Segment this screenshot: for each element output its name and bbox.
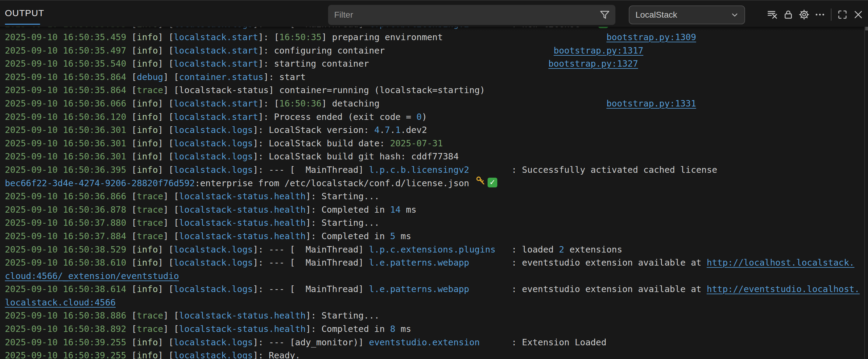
log-link[interactable]: cloud:4566/_extension/eventstudio bbox=[5, 271, 179, 281]
log-text: 2025-09-10 16:50:36.120 bbox=[5, 112, 131, 122]
log-text: bec66f22-3d4e-4274-9206-28820f76d592 bbox=[5, 178, 195, 188]
log-text: [ bbox=[131, 310, 137, 321]
log-text: ] preparing environment bbox=[321, 32, 443, 42]
log-text: ] [ bbox=[158, 151, 174, 162]
lock-scroll-button[interactable] bbox=[780, 7, 796, 23]
log-text: 2025-09-10 16:50:35.540 bbox=[5, 58, 131, 69]
log-text: 16:50:36 bbox=[279, 98, 322, 109]
channel-selected-label: LocalStack bbox=[636, 10, 677, 20]
log-link[interactable]: bootstrap.py:1317 bbox=[554, 45, 643, 56]
log-line: 2025-09-10 16:50:35.864 [debug] [contain… bbox=[5, 71, 868, 84]
log-line: 2025-09-10 16:50:39.255 [info] [localsta… bbox=[5, 336, 868, 349]
log-line: 2025-09-10 16:50:37.884 [trace] [localst… bbox=[5, 230, 868, 243]
log-text: ] [ bbox=[158, 98, 174, 109]
scrollbar-thumb[interactable] bbox=[865, 26, 868, 30]
log-text: info bbox=[137, 244, 158, 255]
log-text: ]: [ bbox=[258, 98, 279, 109]
log-text: [ bbox=[131, 165, 137, 175]
log-line: 2025-09-10 16:50:36.301 [info] [localsta… bbox=[5, 150, 868, 163]
log-link[interactable]: bootstrap.py:1309 bbox=[607, 32, 696, 42]
log-text: trace bbox=[137, 85, 163, 95]
log-text: [ bbox=[131, 138, 137, 149]
log-text: [ bbox=[131, 191, 137, 201]
log-text: ] [ bbox=[163, 324, 179, 334]
log-text: 2 bbox=[559, 244, 564, 255]
log-text: 2025-07-31 bbox=[390, 138, 443, 149]
log-text: 2025-09-10 16:50:36.395 bbox=[5, 165, 131, 175]
log-text: ]: Starting... bbox=[306, 191, 379, 201]
log-padding bbox=[479, 337, 511, 348]
log-text: ]: --- [ MainThread] bbox=[253, 284, 369, 294]
log-text: localstack.logs bbox=[174, 151, 253, 162]
log-text: . bbox=[379, 125, 385, 135]
log-link[interactable]: bootstrap.py:1331 bbox=[607, 98, 696, 109]
log-link[interactable]: localstack.cloud:4566 bbox=[5, 297, 116, 307]
log-text: ]: --- [ady_monitor)] bbox=[253, 337, 369, 348]
log-text: 2025-09-10 16:50:38.892 bbox=[5, 324, 131, 334]
log-text: [ bbox=[131, 98, 137, 109]
log-text: 8 bbox=[390, 324, 395, 334]
log-text: ] [ bbox=[163, 72, 179, 82]
check-emoji: ✓ bbox=[598, 27, 608, 28]
log-text: :enterprise from /etc/localstack/conf.d/… bbox=[195, 178, 474, 188]
log-text: ] [ bbox=[158, 257, 174, 268]
log-text: 2025-09-10 16:50:36.066 bbox=[5, 98, 131, 109]
clear-output-button[interactable] bbox=[765, 7, 780, 23]
settings-button[interactable] bbox=[796, 7, 812, 23]
log-text: 2025-09-10 16:50:35.497 bbox=[5, 45, 131, 56]
log-text: ]: LocalStack build git hash: cddf77384 bbox=[253, 151, 459, 162]
log-text: ] detaching bbox=[321, 98, 379, 109]
maximize-panel-button[interactable] bbox=[835, 7, 850, 23]
log-line: 2025-09-10 16:50:36.866 [trace] [localst… bbox=[5, 190, 868, 203]
tab-output-active-underline bbox=[5, 24, 40, 25]
log-text: info bbox=[137, 32, 158, 42]
log-text: info bbox=[137, 165, 158, 175]
log-text: : new license bbox=[511, 27, 585, 29]
log-text: 2025-09-10 16:50:37.880 bbox=[5, 218, 131, 228]
log-text: 2025-09-10 16:50:36.301 bbox=[5, 138, 131, 149]
log-text: ] [ bbox=[163, 310, 179, 321]
log-link[interactable]: http://eventstudio.localhost. bbox=[707, 284, 860, 294]
log-text: l.p.c.extensions.plugins bbox=[369, 244, 495, 255]
log-text: localstack-status.health bbox=[179, 310, 306, 321]
more-actions-button[interactable] bbox=[812, 7, 828, 23]
log-text: ]: configuring container bbox=[258, 45, 385, 56]
log-text: [ bbox=[131, 337, 137, 348]
log-text: localstack-status.health bbox=[179, 231, 306, 241]
log-link[interactable]: bootstrap.py:1327 bbox=[549, 58, 638, 69]
log-padding bbox=[469, 284, 512, 294]
filter-input[interactable] bbox=[328, 10, 599, 20]
output-panel: OUTPUT LocalStack bbox=[0, 0, 868, 359]
log-line-clipped: 2025-09-10 16:50:35.395 [info] [localsta… bbox=[5, 27, 868, 31]
log-link[interactable]: http://localhost.localstack. bbox=[707, 257, 854, 268]
log-text: localstack.start bbox=[174, 32, 258, 42]
log-text: ]: Process ended (exit code = bbox=[258, 112, 416, 122]
filter-box[interactable] bbox=[328, 5, 615, 25]
log-line: 2025-09-10 16:50:36.878 [trace] [localst… bbox=[5, 203, 868, 217]
log-text: info bbox=[137, 58, 158, 69]
log-text: ]: [ bbox=[258, 32, 279, 42]
log-output[interactable]: 2025-09-10 16:50:35.395 [info] [localsta… bbox=[5, 27, 868, 359]
panel-actions bbox=[765, 7, 866, 23]
tab-output[interactable]: OUTPUT bbox=[5, 8, 44, 18]
log-text: : eventstudio extension available at bbox=[511, 257, 706, 268]
log-line: 2025-09-10 16:50:35.459 [info] [localsta… bbox=[5, 31, 868, 44]
log-text: ]: --- [ MainThread] bbox=[253, 257, 369, 268]
log-text: extensions bbox=[564, 244, 622, 255]
log-text: info bbox=[137, 138, 158, 149]
log-line: 2025-09-10 16:50:36.301 [info] [localsta… bbox=[5, 124, 868, 137]
close-panel-button[interactable] bbox=[850, 7, 866, 23]
log-text: container.status bbox=[179, 72, 263, 82]
log-text: ]: start bbox=[264, 72, 306, 82]
channel-select[interactable]: LocalStack bbox=[629, 5, 745, 24]
check-emoji: ✓ bbox=[488, 178, 497, 187]
log-line: 2025-09-10 16:50:36.120 [info] [localsta… bbox=[5, 110, 868, 124]
log-text: trace bbox=[137, 324, 163, 334]
log-padding bbox=[469, 165, 512, 175]
log-line: 2025-09-10 16:50:36.066 [info] [localsta… bbox=[5, 97, 868, 110]
log-text: trace bbox=[137, 204, 163, 215]
log-text: ]: --- [ MainThread] bbox=[253, 244, 369, 255]
log-text: info bbox=[137, 350, 158, 359]
log-text: [ bbox=[131, 350, 137, 359]
log-text: 2025-09-10 16:50:35.395 bbox=[5, 27, 131, 29]
